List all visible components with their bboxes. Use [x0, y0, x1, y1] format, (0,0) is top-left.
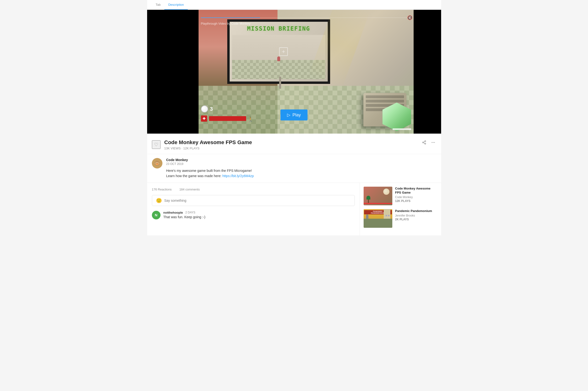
crosshair	[279, 47, 288, 56]
author-desc-line1: Here's my awesome game built from the FP…	[166, 169, 252, 173]
sidebar-pandemic-plays: 2K PLAYS	[395, 218, 437, 221]
play-button-container[interactable]: ▷ Play	[280, 109, 307, 120]
comment-item: N notthehoople 2 DAYS That was fun. Keep…	[152, 211, 355, 219]
mission-briefing-text: MISSION BRIEFING	[247, 25, 310, 32]
hud-health: ✚	[201, 115, 246, 122]
comment-input[interactable]	[164, 198, 351, 202]
comment-time: 2 DAYS	[185, 211, 195, 214]
svg-point-2	[425, 143, 426, 144]
svg-point-1	[423, 142, 424, 143]
content-area: 176 Reactions 184 comments 🙂 N notthehoo…	[147, 183, 441, 235]
weapon	[351, 69, 411, 134]
comments-count: 184 comments	[179, 188, 200, 191]
share-button[interactable]	[421, 139, 427, 147]
comment-body: notthehoople 2 DAYS That was fun. Keep g…	[163, 211, 355, 219]
svg-line-4	[424, 141, 425, 142]
author-link[interactable]: https://bit.ly/2y6M4zp	[222, 174, 254, 178]
reactions-count: 176 Reactions	[152, 188, 172, 191]
sidebar-fps-author: Code Monkey	[395, 196, 437, 199]
sidebar-fps-plays: 12K PLAYS	[395, 199, 437, 203]
author-name: Code Monkey	[166, 158, 254, 162]
game-actions	[421, 139, 436, 147]
health-bar-sidebar	[364, 203, 392, 204]
comment-avatar-notthehoople: N	[152, 211, 160, 219]
game-title: Code Monkey Awesome FPS Game	[164, 139, 252, 146]
sidebar-game-pandemic[interactable]: PANDEMICPANDEMONIUM Pandemic Pandemonium	[364, 209, 437, 228]
comment-author: notthehoople	[163, 211, 183, 214]
sidebar: Code Monkey Awesome FPS Game Code Monkey…	[360, 183, 441, 235]
emoji-button[interactable]: 🙂	[156, 198, 162, 203]
tab-tab[interactable]: Tab	[152, 0, 164, 10]
play-label: Play	[292, 112, 301, 118]
author-desc-line2-prefix: Learn how the game was made here:	[166, 174, 222, 178]
tab-description[interactable]: Description	[164, 0, 187, 10]
play-button[interactable]: ▷ Play	[280, 109, 307, 120]
scale-bar	[393, 128, 411, 130]
author-section: 🐵 Code Monkey 23 OCT 2019 Here's my awes…	[147, 154, 441, 183]
coin-count: 3	[210, 106, 213, 112]
sidebar-thumb-pandemic: PANDEMICPANDEMONIUM	[364, 209, 392, 228]
more-button[interactable]	[430, 139, 436, 147]
svg-point-6	[433, 142, 434, 143]
sidebar-pandemic-author: Jennifer Brooks	[395, 214, 437, 217]
video-container: MISSION BRIEFING	[147, 10, 441, 134]
game-title-section: ♡ Code Monkey Awesome FPS Game 13K VIEWS…	[152, 139, 252, 150]
game-info-bar: ♡ Code Monkey Awesome FPS Game 13K VIEWS…	[147, 134, 441, 154]
svg-point-0	[425, 141, 426, 142]
svg-point-7	[434, 142, 435, 143]
character-icon: 🚶	[248, 116, 254, 122]
author-avatar: 🐵	[152, 158, 162, 169]
mute-icon[interactable]: 🔇	[407, 15, 412, 20]
reactions-row: 176 Reactions 184 comments	[152, 188, 355, 191]
author-info: Code Monkey 23 OCT 2019 Here's my awesom…	[166, 158, 254, 179]
sidebar-game-info-fps: Code Monkey Awesome FPS Game Code Monkey…	[395, 187, 437, 205]
hud-coins: 3	[201, 105, 213, 112]
comment-meta: notthehoople 2 DAYS	[163, 211, 355, 214]
comment-input-container[interactable]: 🙂	[152, 195, 355, 206]
svg-point-5	[432, 142, 432, 143]
author-avatar-icon: 🐵	[154, 160, 160, 166]
comment-text: That was fun. Keep going :-)	[163, 215, 355, 219]
like-button[interactable]: ♡	[152, 140, 160, 149]
sidebar-pandemic-title: Pandemic Pandemonium	[395, 209, 437, 213]
sidebar-thumb-fps	[364, 187, 392, 205]
comments-section: 176 Reactions 184 comments 🙂 N notthehoo…	[147, 183, 360, 235]
svg-line-3	[424, 143, 425, 143]
sidebar-fps-title: Code Monkey Awesome FPS Game	[395, 187, 437, 195]
play-icon: ▷	[287, 112, 291, 118]
game-stats: 13K VIEWS · 12K PLAYS	[164, 147, 252, 150]
video-attribution: Playthrough Video by Code Monkey	[201, 22, 251, 25]
author-description: Here's my awesome game built from the FP…	[166, 168, 254, 179]
author-date: 23 OCT 2019	[166, 162, 254, 166]
sidebar-game-fps[interactable]: Code Monkey Awesome FPS Game Code Monkey…	[364, 187, 437, 205]
sidebar-game-info-pandemic: Pandemic Pandemonium Jennifer Brooks 2K …	[395, 209, 437, 228]
tab-bar: Tab Description	[147, 0, 441, 10]
